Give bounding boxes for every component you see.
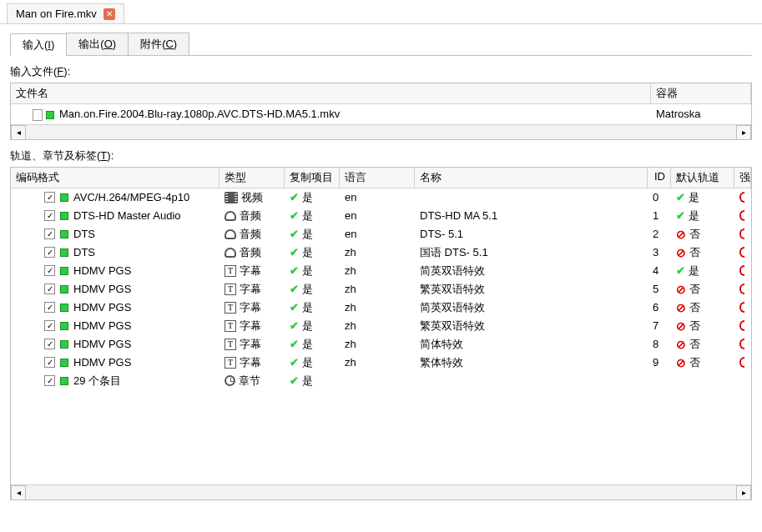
track-codec: DTS: [73, 228, 95, 240]
track-row[interactable]: ✓HDMV PGST字幕✔是zh简体特效8⊘否: [11, 335, 751, 354]
track-id: 4: [648, 264, 671, 277]
files-hscrollbar[interactable]: ◂ ▸: [11, 124, 751, 139]
status-square-icon: [60, 304, 68, 312]
text-icon: T: [225, 357, 236, 369]
track-row[interactable]: ✓DTS-HD Master Audio音频✔是enDTS-HD MA 5.11…: [11, 207, 751, 225]
tab-input[interactable]: 输入(I): [10, 33, 67, 56]
track-row[interactable]: ✓29 个条目章节✔是: [11, 372, 751, 390]
tab-output[interactable]: 输出(O): [66, 33, 129, 55]
forbidden-icon: [739, 228, 744, 239]
close-icon[interactable]: ✕: [103, 8, 115, 20]
col-default[interactable]: 默认轨道: [671, 168, 734, 188]
track-copy: ✔是: [285, 374, 340, 389]
track-row[interactable]: ✓HDMV PGST字幕✔是zh简英双语特效6⊘否: [11, 299, 751, 317]
scroll-left-icon[interactable]: ◂: [11, 485, 26, 500]
forbidden-icon: [739, 192, 744, 203]
track-type: 音频: [240, 227, 261, 242]
scroll-right-icon[interactable]: ▸: [736, 125, 751, 140]
col-id[interactable]: ID: [648, 168, 671, 188]
track-copy: ✔是: [285, 190, 340, 205]
track-forced: [734, 247, 751, 258]
file-tab[interactable]: Man on Fire.mkv ✕: [7, 3, 124, 23]
track-forced: [734, 320, 751, 331]
track-row[interactable]: ✓AVC/H.264/MPEG-4p10视频✔是en0✔是: [11, 188, 751, 207]
forbidden-icon: [739, 247, 744, 258]
tracks-table: 编码格式 类型 复制项目 语言 名称 ID 默认轨道 强 ✓AVC/H.264/…: [10, 167, 752, 500]
tracks-hscrollbar[interactable]: ◂ ▸: [11, 484, 751, 499]
track-row[interactable]: ✓DTS音频✔是enDTS- 5.12⊘否: [11, 225, 751, 243]
track-row[interactable]: ✓HDMV PGST字幕✔是zh简英双语特效4✔是: [11, 262, 751, 280]
check-icon: ✔: [676, 264, 685, 277]
status-square-icon: [60, 340, 68, 349]
track-checkbox[interactable]: ✓: [44, 265, 55, 276]
track-id: 9: [648, 356, 671, 369]
track-checkbox[interactable]: ✓: [44, 284, 55, 294]
col-lang[interactable]: 语言: [340, 168, 415, 188]
track-copy: ✔是: [285, 245, 340, 260]
track-name: 简英双语特效: [415, 263, 648, 279]
track-row[interactable]: ✓HDMV PGST字幕✔是zh繁英双语特效5⊘否: [11, 280, 751, 299]
scroll-left-icon[interactable]: ◂: [11, 125, 26, 140]
track-forced: [734, 265, 751, 276]
track-checkbox[interactable]: ✓: [44, 320, 55, 331]
check-icon: ✔: [290, 228, 299, 240]
col-filename[interactable]: 文件名: [11, 83, 651, 103]
track-copy: ✔是: [285, 263, 340, 279]
track-checkbox[interactable]: ✓: [44, 247, 55, 258]
status-square-icon: [60, 193, 68, 202]
track-checkbox[interactable]: ✓: [44, 192, 55, 203]
col-extra[interactable]: 强: [734, 168, 751, 188]
track-codec: DTS-HD Master Audio: [73, 209, 181, 222]
input-files-list: 文件名 容器 Man.on.Fire.2004.Blu-ray.1080p.AV…: [10, 83, 752, 140]
col-container[interactable]: 容器: [651, 83, 751, 103]
text-icon: T: [225, 265, 236, 277]
forbidden-icon: [739, 265, 744, 276]
tab-attachments[interactable]: 附件(C): [128, 33, 189, 55]
track-copy: ✔是: [285, 319, 340, 334]
headphones-icon: [225, 211, 236, 221]
track-checkbox[interactable]: ✓: [44, 302, 55, 313]
track-default: ⊘否: [671, 319, 734, 334]
track-default: ✔是: [671, 208, 734, 223]
track-lang: zh: [340, 283, 415, 295]
check-icon: ✔: [290, 246, 299, 258]
track-checkbox[interactable]: ✓: [44, 228, 55, 239]
track-codec: HDMV PGS: [73, 319, 131, 332]
check-icon: ✔: [290, 374, 299, 387]
track-row[interactable]: ✓HDMV PGST字幕✔是zh繁英双语特效7⊘否: [11, 317, 751, 335]
track-lang: zh: [340, 264, 415, 277]
track-default: ✔是: [671, 190, 734, 205]
file-row[interactable]: Man.on.Fire.2004.Blu-ray.1080p.AVC.DTS-H…: [11, 104, 751, 124]
forbidden-icon: ⊘: [676, 228, 686, 241]
track-checkbox[interactable]: ✓: [44, 210, 55, 221]
col-name[interactable]: 名称: [415, 168, 648, 188]
track-copy: ✔是: [285, 337, 340, 352]
track-forced: [734, 284, 751, 294]
tracks-header: 编码格式 类型 复制项目 语言 名称 ID 默认轨道 强: [11, 168, 751, 188]
track-lang: zh: [340, 356, 415, 369]
file-container: Matroska: [651, 106, 751, 123]
track-type: 章节: [239, 374, 260, 389]
col-copy[interactable]: 复制项目: [285, 168, 340, 188]
track-checkbox[interactable]: ✓: [44, 357, 55, 368]
track-codec: HDMV PGS: [73, 283, 131, 295]
track-forced: [734, 210, 751, 221]
col-type[interactable]: 类型: [220, 168, 285, 188]
track-row[interactable]: ✓DTS音频✔是zh国语 DTS- 5.13⊘否: [11, 243, 751, 262]
status-square-icon: [60, 322, 68, 330]
track-type: 字幕: [240, 282, 261, 297]
track-row[interactable]: ✓HDMV PGST字幕✔是zh繁体特效9⊘否: [11, 354, 751, 372]
track-name: 繁英双语特效: [415, 282, 648, 297]
track-codec: 29 个条目: [73, 374, 121, 389]
track-type: 字幕: [240, 337, 261, 352]
file-tab-title: Man on Fire.mkv: [16, 8, 97, 20]
forbidden-icon: [739, 320, 744, 331]
track-codec: HDMV PGS: [73, 338, 131, 350]
col-codec[interactable]: 编码格式: [11, 168, 220, 188]
scroll-right-icon[interactable]: ▸: [736, 485, 751, 500]
check-icon: ✔: [290, 319, 299, 332]
status-square-icon: [60, 377, 68, 385]
track-checkbox[interactable]: ✓: [44, 339, 55, 349]
track-lang: zh: [340, 338, 415, 350]
track-checkbox[interactable]: ✓: [44, 375, 55, 386]
